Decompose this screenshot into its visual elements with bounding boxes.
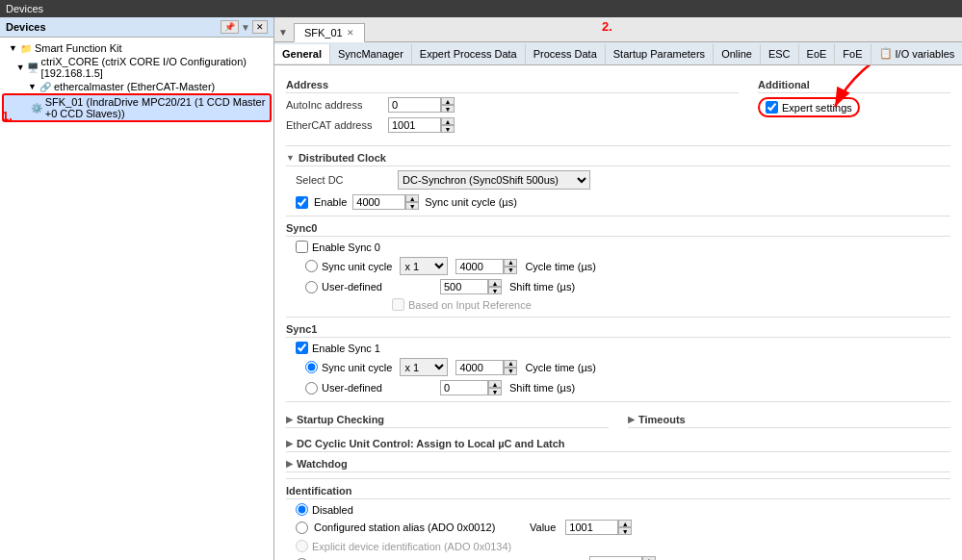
nav-tab-io-variables[interactable]: 📋 I/O variables (871, 43, 962, 64)
distributed-clock-section: ▼ Distributed Clock Select DC DC-Synchro… (286, 152, 950, 210)
autoinc-label: AutoInc address (286, 99, 382, 111)
sync0-shift-spin-up[interactable]: ▲ (488, 279, 502, 287)
watchdog-section: ▶ Watchdog (286, 458, 950, 472)
tree-expander-2[interactable]: ▼ (16, 63, 25, 72)
sync0-shift-value-input[interactable] (440, 279, 488, 294)
disabled-label: Disabled (312, 504, 353, 516)
sync0-shift-spin-down[interactable]: ▼ (488, 287, 502, 294)
expert-settings-checkbox[interactable] (766, 101, 778, 114)
configured-alias-radio[interactable] (296, 522, 308, 534)
nav-tab-expert-process-data[interactable]: Expert Process Data (412, 44, 526, 64)
sync1-user-defined-radio[interactable] (305, 382, 318, 395)
ethercat-address-spin-down[interactable]: ▼ (441, 125, 455, 133)
nav-tab-foe[interactable]: FoE (835, 44, 871, 64)
autoinc-spin-down[interactable]: ▼ (441, 105, 455, 113)
watchdog-title: Watchdog (297, 458, 348, 470)
ethercat-address-spinbox[interactable]: ▲ ▼ (388, 117, 455, 133)
sync0-section: Sync0 Enable Sync 0 Sync unit cycle (286, 222, 950, 311)
based-on-ref-checkbox (392, 298, 404, 311)
identification-section: Identification Disabled Configured stati… (286, 485, 950, 560)
sync0-cycle-spin-up[interactable]: ▲ (504, 259, 517, 267)
configured-alias-label: Configured station alias (ADO 0x0012) (314, 522, 516, 533)
select-dc-label: Select DC (296, 174, 392, 186)
startup-title: Startup Checking (297, 414, 384, 425)
dc-triangle: ▼ (286, 153, 295, 163)
startup-triangle: ▶ (286, 415, 293, 424)
sync0-user-defined-label: User-defined (322, 281, 382, 293)
alias-spin-down[interactable]: ▼ (618, 527, 632, 535)
sync0-cycle-value-input[interactable] (455, 259, 504, 274)
panel-menu-arrow[interactable]: ▼ (241, 22, 250, 33)
ethercat-address-input[interactable] (388, 117, 441, 133)
dc-section-title: Distributed Clock (299, 152, 386, 164)
nav-tab-eoe[interactable]: EoE (799, 44, 836, 64)
enable-dc-spin-up[interactable]: ▲ (405, 194, 419, 202)
sync0-sync-unit-label: Sync unit cycle (322, 261, 392, 272)
tree-item-sfk01[interactable]: ⚙️ SFK_01 (IndraDrive MPC20/21 (1 CCD Ma… (2, 93, 272, 122)
tree-icon-2: 🖥️ (27, 63, 39, 73)
panel-close-btn[interactable]: ✕ (252, 20, 268, 34)
disabled-radio[interactable] (296, 503, 308, 516)
autoinc-spinbox[interactable]: 0 ▲ ▼ (388, 97, 455, 113)
sync1-title: Sync1 (286, 323, 317, 335)
sync1-shift-label: Shift time (µs) (509, 382, 575, 394)
enable-dc-spin-down[interactable]: ▼ (405, 202, 419, 210)
panel-title: Devices (6, 21, 46, 33)
nav-tab-general[interactable]: General (274, 44, 330, 64)
enable-sync1-label: Enable Sync 1 (312, 343, 380, 354)
sync1-cycle-spin-down[interactable]: ▼ (504, 368, 517, 375)
enable-dc-value-input[interactable] (352, 194, 405, 210)
enable-dc-label: Enable (314, 196, 347, 208)
tab-close-sfk01[interactable]: ✕ (347, 28, 354, 38)
timeouts-title: Timeouts (638, 414, 686, 425)
sync1-cycle-spin-up[interactable]: ▲ (504, 360, 517, 368)
sync1-shift-spin-up[interactable]: ▲ (488, 380, 502, 388)
autoinc-spin-up[interactable]: ▲ (441, 97, 455, 105)
ethercat-address-label: EtherCAT address (286, 119, 382, 131)
enable-dc-checkbox[interactable] (296, 196, 308, 209)
alias-spin-up[interactable]: ▲ (618, 520, 632, 527)
value-label: Value (530, 522, 556, 533)
sync0-multiplier-select[interactable]: x 1 (400, 257, 448, 275)
tree-item-ethercalmaster[interactable]: ▼ 🔗 ethercalmaster (EtherCAT-Master) (2, 80, 272, 93)
ado-value-input[interactable] (589, 556, 642, 560)
sync0-user-defined-radio[interactable] (305, 281, 318, 293)
dc-cyclic-title: DC Cyclic Unit Control: Assign to Local … (297, 438, 565, 449)
nav-tab-syncmanager[interactable]: SyncManager (330, 44, 412, 64)
ethercat-address-spin-up[interactable]: ▲ (441, 117, 455, 125)
tab-dropdown-btn[interactable]: ▼ (274, 23, 292, 41)
sync0-sync-unit-radio[interactable] (305, 260, 318, 272)
enable-sync1-checkbox[interactable] (296, 342, 308, 354)
content-area: Address AutoInc address 0 ▲ ▼ (274, 65, 962, 560)
nav-tabs-bar: General SyncManager Expert Process Data … (274, 42, 962, 65)
sync1-multiplier-select[interactable]: x 1 (400, 358, 448, 376)
tab-sfk01[interactable]: SFK_01 ✕ (294, 23, 365, 42)
sync0-cycle-spin-down[interactable]: ▼ (504, 267, 517, 274)
nav-tab-online[interactable]: Online (714, 44, 761, 64)
io-variables-icon: 📋 (879, 47, 893, 60)
nav-tab-esc[interactable]: ESC (761, 44, 799, 64)
sync1-shift-spin-down[interactable]: ▼ (488, 388, 502, 395)
alias-value-input[interactable] (565, 520, 618, 535)
identification-title: Identification (286, 485, 351, 496)
tree-label-1: Smart Function Kit (35, 42, 121, 54)
sync0-shift-label: Shift time (µs) (509, 281, 575, 293)
enable-sync0-checkbox[interactable] (296, 241, 308, 253)
nav-tab-startup-params[interactable]: Startup Parameters (606, 44, 714, 64)
tree-item-smart-function-kit[interactable]: ▼ 📁 Smart Function Kit (2, 41, 272, 55)
sync1-cycle-label: Cycle time (µs) (525, 362, 596, 373)
tree-expander-1[interactable]: ▼ (9, 43, 18, 53)
nav-tab-process-data[interactable]: Process Data (526, 44, 606, 64)
sync1-cycle-value-input[interactable] (455, 360, 504, 375)
sync1-shift-value-input[interactable] (440, 380, 488, 395)
sync1-sync-unit-radio[interactable] (305, 361, 318, 373)
autoinc-input[interactable]: 0 (388, 97, 441, 113)
select-dc-dropdown[interactable]: DC-Synchron (Sync0Shift 500us) (398, 170, 590, 190)
tree-item-ctrix-core[interactable]: ▼ 🖥️ ctriX_CORE (ctriX CORE I/O Configur… (2, 55, 272, 80)
dc-cyclic-triangle: ▶ (286, 439, 293, 448)
panel-pin-btn[interactable]: 📌 (221, 20, 239, 34)
ado-spin-up[interactable]: ▲ (642, 556, 656, 560)
explicit-id-label: Explicit device identification (ADO 0x01… (312, 541, 511, 552)
tree-expander-3[interactable]: ▼ (28, 82, 38, 91)
annotation-number-2: 2. (602, 19, 612, 34)
